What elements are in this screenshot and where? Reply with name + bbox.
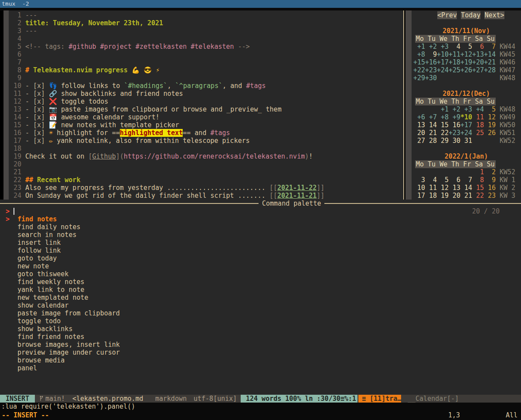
editor-line[interactable]: 22## Recent work bbox=[9, 176, 403, 184]
editor-line[interactable]: 19Check it out on [Github](https://githu… bbox=[9, 152, 403, 160]
calendar-day[interactable]: 22 bbox=[437, 129, 449, 137]
calendar-day[interactable]: +24 bbox=[437, 66, 449, 74]
calendar-nav-button-today[interactable]: Today bbox=[461, 11, 480, 19]
palette-item[interactable]: insert link bbox=[0, 239, 521, 247]
calendar-day[interactable]: 21 bbox=[460, 192, 472, 200]
calendar-day[interactable]: +15 bbox=[413, 58, 425, 66]
calendar-day[interactable]: +4 bbox=[472, 105, 484, 113]
calendar-day[interactable]: 13 bbox=[413, 121, 425, 129]
calendar-day[interactable]: 23 bbox=[484, 192, 496, 200]
editor-line[interactable]: 21 bbox=[9, 168, 403, 176]
calendar-day[interactable]: +14 bbox=[484, 51, 496, 58]
calendar-day[interactable]: 9 bbox=[484, 176, 496, 184]
palette-item[interactable]: new templated note bbox=[0, 294, 521, 301]
palette-item[interactable]: find weekly notes bbox=[0, 278, 521, 286]
calendar-day[interactable]: 31 bbox=[460, 137, 472, 145]
palette-item[interactable]: >find notes bbox=[0, 215, 521, 223]
calendar-day[interactable]: +8 bbox=[437, 113, 449, 121]
palette-item[interactable]: paste image from clipboard bbox=[0, 309, 521, 317]
palette-item[interactable]: find daily notes bbox=[0, 223, 521, 231]
palette-item[interactable]: preview image under cursor bbox=[0, 349, 521, 356]
calendar-day[interactable]: +23 bbox=[425, 66, 437, 74]
calendar-day[interactable]: 5 bbox=[484, 105, 496, 113]
calendar-day[interactable]: 22 bbox=[472, 192, 484, 200]
calendar-day[interactable]: 8 bbox=[472, 176, 484, 184]
palette-item[interactable]: goto thisweek bbox=[0, 270, 521, 278]
calendar-day[interactable]: 2 bbox=[484, 168, 496, 176]
calendar-day[interactable]: 27 bbox=[413, 137, 425, 145]
calendar-day[interactable]: +2 bbox=[449, 105, 460, 113]
calendar-day[interactable]: +26 bbox=[460, 66, 472, 74]
calendar-day[interactable]: +2 bbox=[425, 43, 437, 51]
palette-prompt[interactable]: > 20 / 20 bbox=[0, 207, 521, 215]
calendar-day[interactable]: +7 bbox=[425, 113, 437, 121]
calendar-day[interactable]: +12 bbox=[460, 51, 472, 58]
calendar-day[interactable]: +9 bbox=[449, 113, 460, 121]
calendar-day[interactable]: 1 bbox=[472, 168, 484, 176]
calendar-day[interactable]: +1 bbox=[437, 105, 449, 113]
calendar-day[interactable]: +6 bbox=[413, 113, 425, 121]
editor-line[interactable]: 6 bbox=[9, 51, 403, 58]
palette-item[interactable]: show backlinks bbox=[0, 325, 521, 333]
calendar-day[interactable]: 7 bbox=[460, 176, 472, 184]
calendar-day[interactable]: +16 bbox=[425, 58, 437, 66]
calendar-day[interactable]: +25 bbox=[449, 66, 460, 74]
calendar-day[interactable]: 20 bbox=[413, 129, 425, 137]
calendar-day[interactable]: +24 bbox=[460, 129, 472, 137]
calendar-day[interactable]: +21 bbox=[484, 58, 496, 66]
editor-line[interactable]: 8# Telekasten.nvim progress 💪 😎 ⚡ bbox=[9, 66, 403, 74]
editor-line[interactable]: 9 bbox=[9, 74, 403, 82]
editor-line[interactable]: 18 bbox=[9, 145, 403, 152]
editor-line[interactable]: 5<!-- tags: #github #project #zettelkast… bbox=[9, 43, 403, 51]
calendar-day[interactable]: +8 bbox=[413, 51, 425, 58]
calendar-day[interactable]: 4 bbox=[449, 43, 460, 51]
command-line[interactable]: :lua require('telekasten').panel() bbox=[0, 403, 521, 410]
palette-item[interactable]: show calendar bbox=[0, 301, 521, 309]
calendar-day[interactable]: 14 bbox=[425, 121, 437, 129]
calendar-day[interactable]: 4 bbox=[425, 176, 437, 184]
palette-item[interactable]: browse images, insert link bbox=[0, 341, 521, 349]
calendar-window-label[interactable]: __Calendar[-] bbox=[408, 395, 459, 403]
calendar-nav-button-next[interactable]: Next> bbox=[484, 11, 504, 19]
palette-item[interactable]: browse media bbox=[0, 356, 521, 364]
calendar-day[interactable]: 30 bbox=[449, 137, 460, 145]
calendar-day[interactable]: 11 bbox=[425, 184, 437, 192]
editor-line[interactable]: 4 bbox=[9, 35, 403, 43]
calendar-day[interactable]: 6 bbox=[472, 43, 484, 51]
calendar-day[interactable]: +22 bbox=[413, 66, 425, 74]
calendar-day[interactable]: 21 bbox=[425, 129, 437, 137]
calendar-day[interactable]: +11 bbox=[449, 51, 460, 58]
calendar-day[interactable]: 5 bbox=[460, 43, 472, 51]
editor-line[interactable]: 10- [x] 👣 follow links to `#headings`, `… bbox=[9, 82, 403, 90]
palette-item[interactable]: toggle todo bbox=[0, 317, 521, 325]
calendar-day[interactable]: +3 bbox=[460, 105, 472, 113]
calendar-day[interactable]: 19 bbox=[437, 192, 449, 200]
editor-line[interactable]: 23Also see my progress from yesterday ..… bbox=[9, 184, 403, 192]
palette-item[interactable]: panel bbox=[0, 364, 521, 372]
calendar-day[interactable]: +13 bbox=[472, 51, 484, 58]
calendar-day[interactable]: +19 bbox=[460, 58, 472, 66]
editor-line[interactable]: 1--- bbox=[9, 11, 403, 19]
editor-line[interactable]: 13- [x] 📷 paste images from clipboard or… bbox=[9, 105, 403, 113]
calendar-day[interactable]: +20 bbox=[472, 58, 484, 66]
editor-line[interactable]: 17- [x] ✏ yank notelink, also from withi… bbox=[9, 137, 403, 145]
palette-item[interactable]: new note bbox=[0, 262, 521, 270]
calendar-day[interactable]: 28 bbox=[425, 137, 437, 145]
calendar-day[interactable]: 19 bbox=[484, 121, 496, 129]
calendar-day[interactable]: 12 bbox=[484, 113, 496, 121]
editor-line[interactable]: 24On Sunday we got rid of the daily find… bbox=[9, 192, 403, 200]
calendar-day[interactable]: 9 bbox=[425, 51, 437, 58]
calendar-day[interactable]: 16 bbox=[484, 184, 496, 192]
calendar-day[interactable]: +30 bbox=[425, 74, 437, 82]
calendar-day[interactable]: 14 bbox=[460, 184, 472, 192]
calendar-day[interactable]: 12 bbox=[437, 184, 449, 192]
palette-item[interactable]: search in notes bbox=[0, 231, 521, 239]
editor-line[interactable]: 7 bbox=[9, 58, 403, 66]
calendar-day[interactable]: 20 bbox=[449, 192, 460, 200]
calendar-day[interactable]: 10 bbox=[413, 184, 425, 192]
editor-line[interactable]: 12- [x] ❌ toggle todos bbox=[9, 98, 403, 105]
calendar-nav-button-prev[interactable]: <Prev bbox=[437, 11, 457, 19]
palette-item[interactable]: yank link to note bbox=[0, 286, 521, 294]
palette-item[interactable]: find friend notes bbox=[0, 333, 521, 341]
calendar-day[interactable]: +27 bbox=[472, 66, 484, 74]
